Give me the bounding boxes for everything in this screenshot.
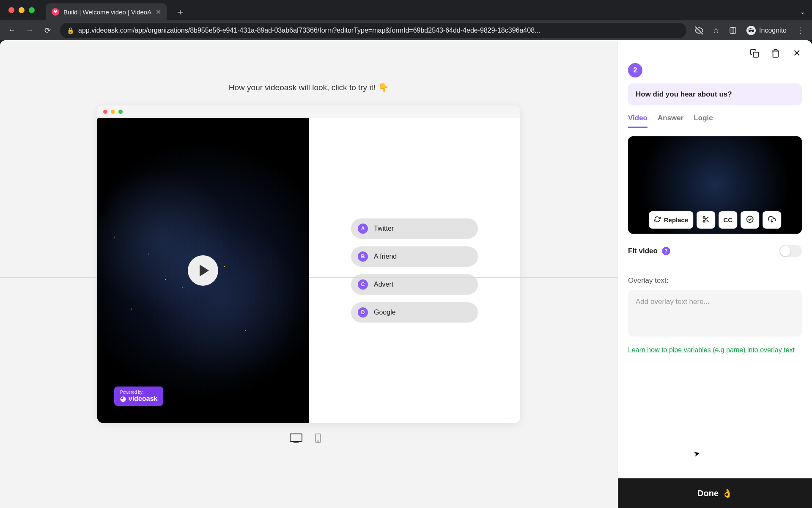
tab-close-icon[interactable]: ✕ [156, 8, 161, 16]
annotation-icon [746, 215, 754, 224]
preview-content: Powered by: ◕ videoask A Twitter B A [97, 118, 520, 423]
lock-icon: 🔒 [67, 27, 74, 34]
desktop-view-button[interactable] [289, 433, 303, 443]
delete-button[interactable] [770, 48, 782, 59]
preview-hint-text: How your videoask will look, click to tr… [229, 83, 376, 92]
preview-window: Powered by: ◕ videoask A Twitter B A [97, 105, 520, 423]
video-thumbnail[interactable]: Replace CC [628, 136, 802, 234]
app-page: How your videoask will look, click to tr… [0, 40, 812, 508]
replace-video-button[interactable]: Replace [649, 211, 694, 229]
svg-rect-3 [290, 434, 302, 442]
fit-video-toggle[interactable] [779, 245, 802, 257]
overflow-menu-icon[interactable]: ⋮ [793, 23, 808, 38]
address-bar[interactable]: 🔒 app.videoask.com/app/organizations/8b9… [60, 23, 686, 38]
extensions-icon[interactable] [725, 23, 741, 38]
panel-header: ✕ [618, 40, 812, 63]
choice-badge: B [358, 251, 368, 262]
help-icon[interactable]: ? [662, 247, 670, 255]
overlay-text-label: Overlay text: [628, 276, 802, 285]
choice-label: Twitter [374, 225, 394, 232]
tab-logic[interactable]: Logic [694, 111, 713, 128]
toolbar-right: ☆ 🕶 Incognito ⋮ [691, 23, 808, 38]
reload-button[interactable]: ⟳ [40, 23, 55, 38]
incognito-icon: 🕶 [746, 26, 756, 35]
choice-label: Advert [374, 281, 393, 288]
svg-point-9 [703, 220, 705, 222]
choice-option[interactable]: D Google [351, 302, 478, 323]
editor-panel: ✕ 2 How did you hear about us? Video Ans… [617, 40, 812, 508]
duplicate-button[interactable] [749, 48, 760, 59]
window-maximize-icon[interactable] [29, 7, 35, 13]
back-button[interactable]: ← [4, 23, 19, 38]
choice-option[interactable]: B A friend [351, 246, 478, 267]
tab-video[interactable]: Video [628, 111, 647, 128]
tab-answer[interactable]: Answer [658, 111, 683, 128]
play-button[interactable] [188, 255, 218, 286]
panel-tabs: Video Answer Logic [618, 111, 812, 128]
mobile-view-button[interactable] [315, 433, 328, 443]
replace-icon [654, 216, 661, 224]
pointer-down-icon: 👇 [378, 83, 389, 93]
preview-titlebar [97, 105, 520, 118]
new-tab-button[interactable]: ＋ [170, 6, 190, 18]
done-label: Done [697, 489, 719, 498]
tab-title: Build | Welcome video | VideoA [63, 8, 151, 16]
close-panel-button[interactable]: ✕ [791, 48, 803, 59]
forward-button[interactable]: → [22, 23, 37, 38]
incognito-indicator[interactable]: 🕶 Incognito [742, 26, 791, 35]
download-button[interactable] [763, 211, 781, 229]
browser-chrome: ❤ Build | Welcome video | VideoA ✕ ＋ ⌄ ←… [0, 0, 812, 40]
play-icon [200, 265, 209, 276]
preview-green-dot-icon [118, 110, 123, 114]
choice-option[interactable]: A Twitter [351, 218, 478, 239]
powered-by-label: Powered by: [120, 390, 157, 395]
video-actions: Replace CC [649, 211, 782, 229]
powered-by-badge[interactable]: Powered by: ◕ videoask [114, 387, 163, 406]
window-minimize-icon[interactable] [19, 7, 25, 13]
learn-pipe-variables-link[interactable]: Learn how to pipe variables (e.g name) i… [628, 345, 802, 355]
ok-hand-icon: 👌 [722, 488, 732, 498]
overlay-text-input[interactable] [628, 290, 802, 337]
fit-video-row: Fit video ? [628, 245, 802, 267]
captions-button[interactable]: CC [719, 211, 737, 229]
preview-choices: A Twitter B A friend C Advert D Google [309, 118, 520, 423]
annotate-button[interactable] [741, 211, 759, 229]
window-controls [8, 7, 35, 13]
svg-point-8 [703, 216, 705, 218]
bookmark-star-icon[interactable]: ☆ [708, 23, 724, 38]
replace-label: Replace [664, 216, 689, 224]
browser-tab[interactable]: ❤ Build | Welcome video | VideoA ✕ [46, 3, 167, 20]
svg-line-12 [705, 218, 706, 219]
tab-strip: ❤ Build | Welcome video | VideoA ✕ ＋ ⌄ [0, 0, 812, 20]
preview-hint: How your videoask will look, click to tr… [229, 83, 389, 93]
window-close-icon[interactable] [8, 7, 14, 13]
overlay-section: Overlay text: Learn how to pipe variable… [628, 276, 802, 355]
svg-rect-7 [753, 52, 758, 57]
url-text: app.videoask.com/app/organizations/8b955… [78, 27, 680, 34]
question-title[interactable]: How did you hear about us? [628, 83, 802, 105]
tab-favicon-icon: ❤ [52, 8, 59, 16]
eye-off-icon[interactable] [691, 23, 707, 38]
powered-by-brand: ◕ videoask [120, 395, 157, 403]
toggle-knob [780, 246, 790, 256]
choice-badge: C [358, 279, 368, 290]
choice-label: A friend [374, 253, 397, 260]
step-badge-row: 2 [618, 63, 812, 83]
device-toggle [289, 433, 328, 443]
trim-video-button[interactable] [697, 211, 715, 229]
preview-red-dot-icon [103, 110, 107, 114]
preview-yellow-dot-icon [111, 110, 115, 114]
preview-video[interactable]: Powered by: ◕ videoask [97, 118, 309, 423]
cc-icon: CC [723, 216, 732, 224]
preview-area: How your videoask will look, click to tr… [0, 40, 617, 508]
svg-rect-1 [730, 28, 736, 33]
done-button[interactable]: Done 👌 [618, 478, 812, 508]
tabs-menu-chevron-icon[interactable]: ⌄ [793, 8, 812, 15]
cloud-download-icon [768, 215, 776, 224]
svg-rect-2 [732, 28, 734, 33]
choice-label: Google [374, 309, 396, 316]
svg-line-11 [707, 220, 708, 222]
choice-badge: A [358, 224, 368, 234]
toolbar: ← → ⟳ 🔒 app.videoask.com/app/organizatio… [0, 20, 812, 40]
step-number-badge: 2 [628, 63, 642, 77]
